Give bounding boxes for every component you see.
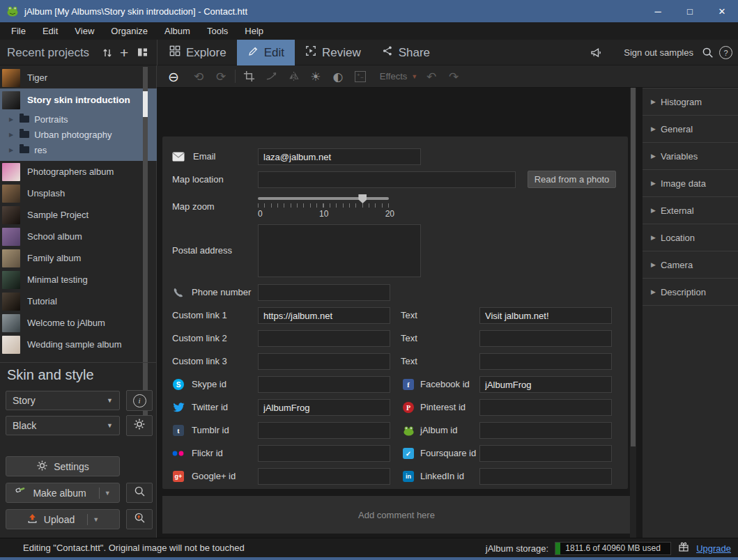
- panel-section-external[interactable]: ▶External: [643, 197, 738, 224]
- scrollbar-thumb[interactable]: [631, 88, 636, 446]
- flip-icon[interactable]: [285, 65, 302, 87]
- custom-link-text-input[interactable]: [479, 330, 612, 347]
- preview-upload-button[interactable]: [126, 509, 153, 529]
- menu-item-edit[interactable]: Edit: [34, 22, 66, 40]
- redo-icon[interactable]: ↷: [445, 65, 462, 87]
- map-location-input[interactable]: [258, 171, 516, 188]
- project-item[interactable]: Tutorial: [0, 290, 157, 312]
- panel-section-histogram[interactable]: ▶Histogram: [643, 88, 738, 116]
- project-item[interactable]: Unsplash: [0, 182, 157, 204]
- zoom-out-icon[interactable]: ⊖: [165, 65, 182, 87]
- settings-button[interactable]: Settings: [6, 456, 120, 476]
- project-item[interactable]: Story skin introduction: [0, 88, 157, 111]
- gift-icon[interactable]: [677, 540, 690, 556]
- skin-info-button[interactable]: i: [126, 390, 153, 411]
- menu-item-help[interactable]: Help: [236, 22, 272, 40]
- style-settings-button[interactable]: [126, 415, 153, 436]
- custom-link-url-input[interactable]: [258, 353, 390, 370]
- panel-section-camera[interactable]: ▶Camera: [643, 251, 738, 279]
- tab-edit[interactable]: Edit: [237, 40, 295, 65]
- minimize-button[interactable]: ─: [642, 0, 674, 22]
- project-item[interactable]: Family album: [0, 247, 157, 269]
- menu-item-file[interactable]: File: [3, 22, 34, 40]
- panel-section-general[interactable]: ▶General: [643, 116, 738, 143]
- postal-address-textarea[interactable]: [258, 224, 421, 277]
- expand-caret-icon[interactable]: ▶: [9, 116, 13, 123]
- linkedin-input[interactable]: [479, 468, 612, 485]
- help-icon[interactable]: ?: [719, 40, 732, 65]
- project-thumbnail: [2, 228, 20, 246]
- upload-button[interactable]: Upload ▼: [6, 509, 120, 529]
- project-item[interactable]: Photographers album: [0, 161, 157, 182]
- flickr-input[interactable]: [258, 445, 390, 462]
- project-item[interactable]: Wedding sample album: [0, 334, 157, 355]
- comment-input-area[interactable]: Add comment here: [162, 496, 631, 534]
- preview-album-button[interactable]: [126, 483, 153, 503]
- custom-link-url-input[interactable]: [258, 307, 390, 324]
- tumblr-input[interactable]: [258, 422, 390, 439]
- custom-link-text-input[interactable]: [479, 353, 612, 370]
- project-item[interactable]: Welcome to jAlbum: [0, 312, 157, 334]
- skin-select[interactable]: Story ▼: [6, 391, 120, 410]
- announcements-megaphone-icon[interactable]: [590, 40, 602, 65]
- map-zoom-thumb[interactable]: [358, 194, 367, 203]
- project-item[interactable]: Minimal testing: [0, 269, 157, 290]
- email-input[interactable]: [258, 148, 421, 165]
- sign-out-link[interactable]: Sign out samples: [624, 40, 693, 65]
- project-child-item[interactable]: ▶Urban photography: [0, 127, 157, 142]
- rotate-right-icon[interactable]: ⟳: [213, 65, 229, 87]
- custom-link-url-input[interactable]: [258, 330, 390, 347]
- add-project-icon[interactable]: +: [120, 40, 128, 65]
- pinterest-input[interactable]: [479, 399, 612, 416]
- make-album-button[interactable]: Make album ▼: [6, 483, 120, 503]
- custom-link-text-input[interactable]: [479, 307, 612, 324]
- sort-projects-icon[interactable]: [102, 40, 113, 65]
- panel-section-variables[interactable]: ▶Variables: [643, 143, 738, 170]
- scrollbar-thumb[interactable]: [143, 91, 148, 117]
- foursquare-input[interactable]: [479, 445, 612, 462]
- project-item[interactable]: Sample Project: [0, 204, 157, 226]
- project-list-scrollbar[interactable]: [143, 67, 148, 426]
- search-icon[interactable]: [702, 40, 714, 65]
- menu-item-view[interactable]: View: [66, 22, 102, 40]
- project-child-item[interactable]: ▶res: [0, 142, 157, 157]
- project-item[interactable]: Tiger: [0, 67, 157, 88]
- undo-icon[interactable]: ↶: [423, 65, 440, 87]
- phone-input[interactable]: [258, 284, 390, 301]
- straighten-icon[interactable]: [263, 65, 279, 87]
- panel-section-description[interactable]: ▶Description: [643, 279, 738, 306]
- menu-item-tools[interactable]: Tools: [199, 22, 236, 40]
- make-album-dropdown[interactable]: ▼: [99, 488, 111, 499]
- expand-caret-icon[interactable]: ▶: [9, 132, 13, 138]
- read-from-photo-button[interactable]: Read from a photo: [528, 171, 616, 188]
- upgrade-link[interactable]: Upgrade: [696, 543, 731, 554]
- main-scrollbar[interactable]: [630, 88, 636, 538]
- brightness-icon[interactable]: ☀: [307, 65, 324, 87]
- view-mode-icon[interactable]: [137, 40, 148, 65]
- expand-caret-icon[interactable]: ▶: [9, 147, 13, 153]
- maximize-button[interactable]: □: [674, 0, 706, 22]
- rotate-left-icon[interactable]: ⟲: [190, 65, 207, 87]
- panel-section-location[interactable]: ▶Location: [643, 224, 738, 251]
- style-select[interactable]: Black ▼: [6, 416, 120, 435]
- jalbum-id-input[interactable]: [479, 422, 612, 439]
- contrast-icon[interactable]: ◐: [330, 65, 346, 87]
- tab-share[interactable]: Share: [371, 40, 440, 65]
- exposure-icon[interactable]: +−: [352, 65, 369, 87]
- tab-explore[interactable]: Explore: [159, 40, 237, 65]
- menu-item-album[interactable]: Album: [156, 22, 199, 40]
- close-button[interactable]: ✕: [706, 0, 738, 22]
- menu-item-organize[interactable]: Organize: [102, 22, 156, 40]
- effects-dropdown[interactable]: Effects ▼: [374, 65, 423, 87]
- crop-icon[interactable]: [240, 65, 257, 87]
- skype-input[interactable]: [258, 376, 390, 393]
- project-child-item[interactable]: ▶Portraits: [0, 111, 157, 127]
- project-item[interactable]: School album: [0, 226, 157, 247]
- tab-review[interactable]: Review: [295, 40, 371, 65]
- upload-dropdown[interactable]: ▼: [87, 514, 99, 525]
- map-zoom-slider[interactable]: 0 10 20: [258, 194, 392, 219]
- panel-section-image-data[interactable]: ▶Image data: [643, 170, 738, 197]
- facebook-input[interactable]: [479, 376, 612, 393]
- twitter-input[interactable]: [258, 399, 390, 416]
- googleplus-input[interactable]: [258, 468, 390, 485]
